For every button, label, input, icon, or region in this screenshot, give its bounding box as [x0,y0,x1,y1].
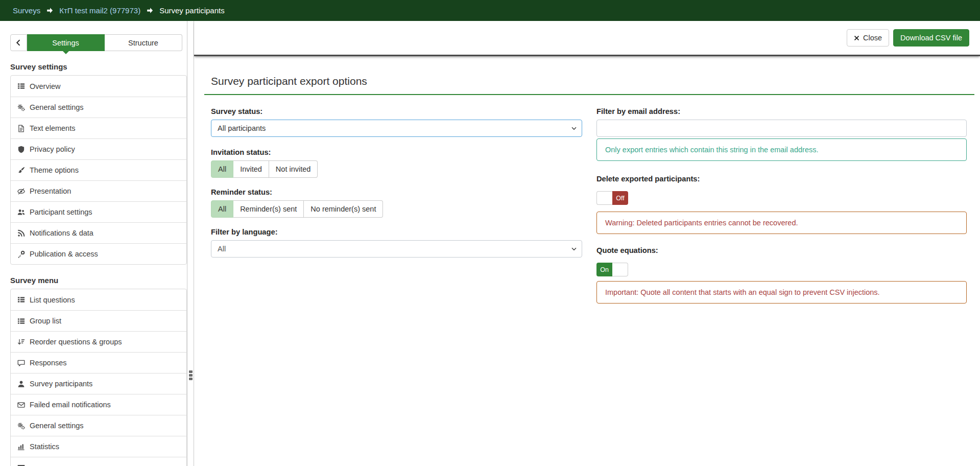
sidebar-item-responses[interactable]: Responses [11,352,186,373]
breadcrumb-link-surveys[interactable]: Surveys [13,6,40,15]
sidebar-tabs: Settings Structure [10,34,182,51]
sidebar-item-statistics[interactable]: Statistics [11,436,186,457]
sidebar-item-theme-options[interactable]: Theme options [11,159,186,180]
list-icon [17,82,25,90]
sidebar-item-group-list[interactable]: Group list [11,310,186,331]
sidebar-item-label: General settings [30,422,84,430]
key-icon [17,250,25,258]
main-panel: Close Download CSV file Survey participa… [194,21,980,466]
reminder-status-not-sent-button[interactable]: No reminder(s) sent [304,200,383,218]
sidebar-heading-survey-settings: Survey settings [10,62,187,71]
breadcrumb-link-survey-title[interactable]: КтП test mail2 (977973) [59,6,140,15]
sidebar-item-text-elements[interactable]: Text elements [11,118,186,138]
table-icon [17,464,25,466]
sidebar-item-privacy-policy[interactable]: Privacy policy [11,138,186,159]
eye-slash-icon [17,188,25,195]
main-topbar: Close Download CSV file [194,21,980,56]
sidebar-resizer [187,21,194,466]
breadcrumb: Surveys КтП test mail2 (977973) Survey p… [0,0,980,21]
gears-icon [17,104,25,111]
delete-exported-toggle[interactable]: Off [596,191,628,205]
sidebar-survey-settings-list: Overview General settings Text elements … [10,75,187,265]
delete-exported-label: Delete exported participants: [596,175,967,183]
download-csv-button[interactable]: Download CSV file [893,29,969,46]
sidebar-item-label: Overview [30,82,60,90]
sidebar-item-partial[interactable] [11,457,186,466]
title-divider [204,94,974,95]
sidebar-item-label: Presentation [30,187,71,195]
sidebar-item-label: Survey participants [30,380,92,388]
close-button[interactable]: Close [847,29,889,46]
sidebar-item-label: Reorder questions & groups [30,338,122,346]
paintbrush-icon [17,167,25,174]
sidebar-item-presentation[interactable]: Presentation [11,180,186,201]
sidebar-item-participant-settings[interactable]: Participant settings [11,201,186,222]
export-options-right-column: Filter by email address: Only export ent… [596,107,967,304]
sidebar-item-label: Publication & access [30,250,98,258]
chevron-left-icon [15,39,22,46]
collapse-sidebar-button[interactable] [10,34,27,51]
filter-language-label: Filter by language: [211,228,582,236]
file-text-icon [17,125,25,132]
resize-grip[interactable] [189,370,193,380]
filter-language-select[interactable]: All [211,240,582,258]
sidebar-item-label: Notifications & data [30,229,93,237]
tab-structure[interactable]: Structure [105,34,182,51]
quote-equations-label: Quote equations: [596,246,967,254]
sidebar-item-overview[interactable]: Overview [11,76,186,97]
sidebar-item-general-settings-2[interactable]: General settings [11,415,186,436]
reminder-status-label: Reminder status: [211,188,582,196]
sidebar-item-label: General settings [30,103,84,111]
sidebar-item-notifications-data[interactable]: Notifications & data [11,222,186,243]
user-icon [17,380,25,388]
invitation-status-all-button[interactable]: All [211,160,233,178]
toggle-off-half [612,263,628,276]
sidebar-item-list-questions[interactable]: List questions [11,289,186,310]
reminder-status-sent-button[interactable]: Reminder(s) sent [233,200,304,218]
sidebar-item-label: Theme options [30,166,79,174]
sidebar-survey-menu-list: List questions Group list Reorder questi… [10,289,187,466]
sidebar-item-label: List questions [30,296,75,304]
main-body: Survey participant export options Survey… [194,56,980,304]
reminder-status-group: All Reminder(s) sent No reminder(s) sent [211,200,383,218]
sidebar-item-general-settings[interactable]: General settings [11,97,186,118]
toggle-on-half [596,191,612,205]
survey-status-select[interactable]: All participants [211,120,582,137]
sidebar-item-label: Privacy policy [30,145,75,153]
sidebar-item-survey-participants[interactable]: Survey participants [11,373,186,394]
sidebar-item-failed-email-notifications[interactable]: Failed email notifications [11,394,186,415]
envelope-icon [17,401,25,409]
sidebar-item-label: Failed email notifications [30,401,111,409]
sidebar-item-label: Group list [30,317,61,325]
export-options-left-column: Survey status: All participants Invitati… [211,107,582,304]
survey-status-label: Survey status: [211,107,582,115]
arrow-right-icon [146,7,154,14]
sidebar-item-reorder-questions-groups[interactable]: Reorder questions & groups [11,331,186,352]
tab-settings[interactable]: Settings [27,34,105,51]
invitation-status-not-invited-button[interactable]: Not invited [269,160,318,178]
quote-equations-note: Important: Quote all content that starts… [596,281,967,304]
sidebar-item-publication-access[interactable]: Publication & access [11,243,186,264]
reminder-status-all-button[interactable]: All [211,200,233,218]
sidebar: Settings Structure Survey settings Overv… [0,21,187,466]
sort-icon [17,338,25,346]
shield-icon [17,146,25,153]
invitation-status-invited-button[interactable]: Invited [233,160,269,178]
list-icon [17,296,25,304]
invitation-status-label: Invitation status: [211,148,582,156]
filter-email-input[interactable] [596,120,967,137]
list-icon [17,317,25,325]
delete-exported-warning: Warning: Deleted participants entries ca… [596,212,967,234]
bar-chart-icon [17,443,25,451]
toggle-on-half: On [596,263,612,276]
invitation-status-group: All Invited Not invited [211,160,318,178]
sidebar-heading-survey-menu: Survey menu [10,276,187,285]
sidebar-item-label: Participant settings [30,208,92,216]
quote-equations-toggle[interactable]: On [596,263,628,276]
breadcrumb-current-page: Survey participants [159,6,225,15]
rss-icon [17,229,25,237]
filter-email-label: Filter by email address: [596,107,967,115]
gears-icon [17,422,25,430]
filter-email-help: Only export entries which contain this s… [596,138,967,161]
page-title: Survey participant export options [211,75,974,87]
